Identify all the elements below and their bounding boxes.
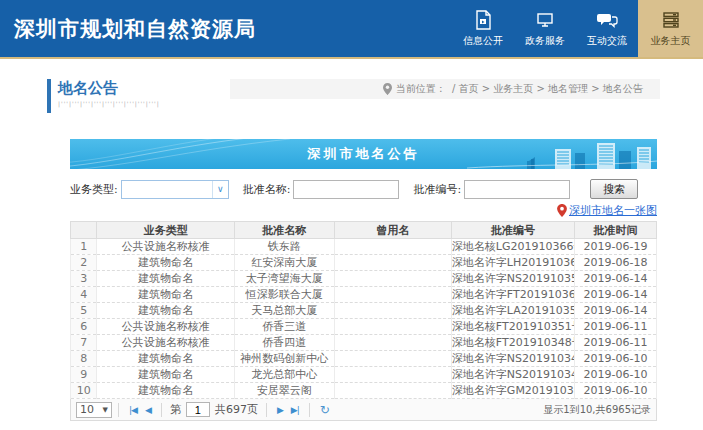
col-approval-date[interactable]: 批准时间 (574, 222, 656, 239)
cell-former (334, 239, 451, 255)
row-number: 2 (71, 255, 97, 271)
section-head: 地名公告 |'''|'''|'''|'''|'''|'''|'''|'''|''… (47, 79, 160, 113)
col-business-type[interactable]: 业务类型 (97, 222, 235, 239)
approval-code-input[interactable] (464, 180, 570, 199)
nav-item-interaction[interactable]: 互动交流 (576, 0, 638, 57)
next-page-button[interactable]: ▶ (273, 405, 287, 415)
row-number: 7 (71, 335, 97, 351)
nav-item-info-disclosure[interactable]: 信息公开 (452, 0, 514, 57)
banner-swoosh-decoration (70, 139, 290, 169)
cell-code: 深地名核LG201910366号 (451, 239, 574, 255)
cell-date: 2019-06-18 (574, 255, 656, 271)
cell-date: 2019-06-19 (574, 239, 656, 255)
cell-code: 深地名核FT201910348号 (451, 335, 574, 351)
section-accent-bar (47, 79, 51, 113)
approved-name-label: 批准名称: (243, 182, 291, 197)
approval-code-label: 批准编号: (413, 182, 461, 197)
cell-code: 深地名许字NS201910340号 (451, 367, 574, 383)
site-header: 深圳市规划和自然资源局 信息公开 政务服务 互动交流 (0, 0, 703, 57)
table-row[interactable]: 3建筑物命名太子湾望海大厦深地名许字NS201910358号2019-06-14 (71, 271, 657, 287)
record-summary: 显示1到10,共6965记录 (543, 403, 651, 417)
table-row[interactable]: 7公共设施名称核准侨香四道深地名核FT201910348号2019-06-11 (71, 335, 657, 351)
nav-item-business-home[interactable]: 业务主页 (638, 0, 703, 57)
monitor-icon (535, 10, 555, 30)
table-row[interactable]: 10建筑物命名安居翠云阁深地名许字GM201910338号2019-06-10 (71, 383, 657, 399)
cell-former (334, 383, 451, 399)
table-row[interactable]: 1公共设施名称核准铁东路深地名核LG201910366号2019-06-19 (71, 239, 657, 255)
col-approved-name[interactable]: 批准名称 (235, 222, 335, 239)
chevron-down-icon: ∨ (212, 181, 228, 198)
breadcrumb-row: 地名公告 |'''|'''|'''|'''|'''|'''|'''|'''|''… (0, 79, 703, 113)
row-number: 3 (71, 271, 97, 287)
last-page-button[interactable]: ▶| (287, 405, 303, 415)
breadcrumb-prefix: 当前位置： (396, 82, 446, 96)
nav-label: 业务主页 (651, 34, 691, 48)
table-row[interactable]: 6公共设施名称核准侨香三道深地名核FT201910351号2019-06-11 (71, 319, 657, 335)
cell-type: 公共设施名称核准 (97, 319, 235, 335)
caret-down-icon: ▼ (103, 406, 108, 414)
table-row[interactable]: 5建筑物命名天马总部大厦深地名许字LA201910356号2019-06-14 (71, 303, 657, 319)
cell-type: 建筑物命名 (97, 351, 235, 367)
refresh-icon[interactable]: ↻ (316, 403, 334, 417)
row-number: 9 (71, 367, 97, 383)
business-type-label: 业务类型: (70, 182, 118, 197)
table-row[interactable]: 9建筑物命名龙光总部中心深地名许字NS201910340号2019-06-10 (71, 367, 657, 383)
breadcrumb: 当前位置： / 首页 > 业务主页 > 地名管理 > 地名公告 (230, 79, 660, 99)
row-number: 8 (71, 351, 97, 367)
divider (266, 403, 267, 417)
cell-former (334, 271, 451, 287)
approved-name-input[interactable] (293, 180, 399, 199)
map-pin-icon (557, 204, 567, 217)
row-number: 6 (71, 319, 97, 335)
location-pin-icon (383, 83, 392, 95)
cell-name: 铁东路 (235, 239, 335, 255)
cell-date: 2019-06-10 (574, 351, 656, 367)
business-type-select[interactable]: ∨ (121, 180, 229, 199)
nav-label: 政务服务 (525, 34, 565, 48)
cell-code: 深地名许字NS201910342号 (451, 351, 574, 367)
first-page-button[interactable]: |◀ (125, 405, 141, 415)
main-panel: 深圳市地名公告 业务类型: ∨ 批准名称: 批准编号: 搜索 深圳市地名一张图 (70, 139, 657, 421)
cell-type: 建筑物命名 (97, 303, 235, 319)
row-number: 10 (71, 383, 97, 399)
search-button[interactable]: 搜索 (590, 179, 638, 199)
page-title: 地名公告 (58, 79, 160, 97)
col-former-name[interactable]: 曾用名 (334, 222, 451, 239)
site-title: 深圳市规划和自然资源局 (0, 15, 452, 43)
table-row[interactable]: 2建筑物命名红安深南大厦深地名许字LH201910365号2019-06-18 (71, 255, 657, 271)
nav-item-gov-services[interactable]: 政务服务 (514, 0, 576, 57)
cell-name: 天马总部大厦 (235, 303, 335, 319)
table-row[interactable]: 4建筑物命名恒深影联合大厦深地名许字FT201910360号2019-06-14 (71, 287, 657, 303)
cell-name: 太子湾望海大厦 (235, 271, 335, 287)
city-map-link[interactable]: 深圳市地名一张图 (569, 203, 657, 218)
cell-type: 公共设施名称核准 (97, 335, 235, 351)
cell-former (334, 319, 451, 335)
page-subtitle: |'''|'''|'''|'''|'''|'''|'''|'''|'''| (58, 100, 160, 107)
table-header: 业务类型 批准名称 曾用名 批准编号 批准时间 (71, 222, 657, 239)
cell-code: 深地名许字GM201910338号 (451, 383, 574, 399)
cell-code: 深地名核FT201910351号 (451, 319, 574, 335)
cell-type: 建筑物命名 (97, 367, 235, 383)
col-approval-code[interactable]: 批准编号 (451, 222, 574, 239)
breadcrumb-path[interactable]: / 首页 > 业务主页 > 地名管理 > 地名公告 (452, 82, 643, 96)
cell-former (334, 255, 451, 271)
cell-date: 2019-06-11 (574, 335, 656, 351)
cell-former (334, 351, 451, 367)
cell-code: 深地名许字FT201910360号 (451, 287, 574, 303)
prev-page-button[interactable]: ◀ (141, 405, 155, 415)
cell-code: 深地名许字NS201910358号 (451, 271, 574, 287)
cell-date: 2019-06-11 (574, 319, 656, 335)
page-size-select[interactable]: 10 ▼ (76, 402, 112, 418)
cell-date: 2019-06-14 (574, 303, 656, 319)
banner-skyline-decoration (467, 139, 657, 169)
table-row[interactable]: 8建筑物命名神州数码创新中心深地名许字NS201910342号2019-06-1… (71, 351, 657, 367)
nav-label: 互动交流 (587, 34, 627, 48)
header-nav: 信息公开 政务服务 互动交流 业务主页 (452, 0, 703, 57)
cell-date: 2019-06-14 (574, 287, 656, 303)
cell-former (334, 287, 451, 303)
row-number: 5 (71, 303, 97, 319)
cell-type: 建筑物命名 (97, 287, 235, 303)
cell-name: 红安深南大厦 (235, 255, 335, 271)
divider (309, 403, 310, 417)
current-page-input[interactable] (186, 402, 210, 417)
